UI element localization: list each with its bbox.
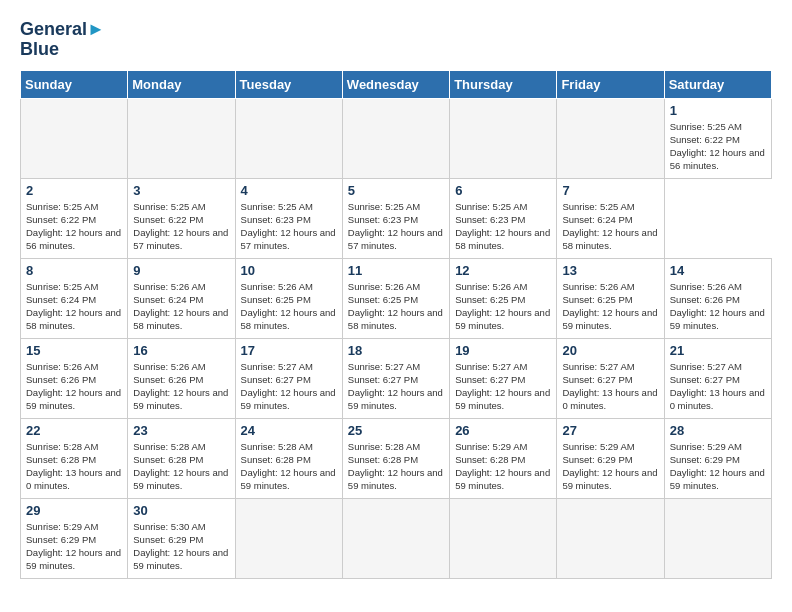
logo-text: General►Blue bbox=[20, 20, 105, 60]
calendar-table: SundayMondayTuesdayWednesdayThursdayFrid… bbox=[20, 70, 772, 579]
empty-cell bbox=[557, 98, 664, 178]
calendar-cell bbox=[557, 498, 664, 578]
calendar-cell: 8Sunrise: 5:25 AMSunset: 6:24 PMDaylight… bbox=[21, 258, 128, 338]
calendar-cell bbox=[235, 498, 342, 578]
calendar-cell: 3Sunrise: 5:25 AMSunset: 6:22 PMDaylight… bbox=[128, 178, 235, 258]
calendar-cell: 19Sunrise: 5:27 AMSunset: 6:27 PMDayligh… bbox=[450, 338, 557, 418]
day-of-week-header: Friday bbox=[557, 70, 664, 98]
calendar-cell: 9Sunrise: 5:26 AMSunset: 6:24 PMDaylight… bbox=[128, 258, 235, 338]
calendar-cell: 7Sunrise: 5:25 AMSunset: 6:24 PMDaylight… bbox=[557, 178, 664, 258]
calendar-cell bbox=[450, 498, 557, 578]
calendar-cell: 18Sunrise: 5:27 AMSunset: 6:27 PMDayligh… bbox=[342, 338, 449, 418]
calendar-cell: 29Sunrise: 5:29 AMSunset: 6:29 PMDayligh… bbox=[21, 498, 128, 578]
calendar-cell: 5Sunrise: 5:25 AMSunset: 6:23 PMDaylight… bbox=[342, 178, 449, 258]
day-of-week-header: Monday bbox=[128, 70, 235, 98]
day-of-week-header: Tuesday bbox=[235, 70, 342, 98]
calendar-cell: 25Sunrise: 5:28 AMSunset: 6:28 PMDayligh… bbox=[342, 418, 449, 498]
calendar-cell: 21Sunrise: 5:27 AMSunset: 6:27 PMDayligh… bbox=[664, 338, 771, 418]
empty-cell bbox=[21, 98, 128, 178]
calendar-cell: 30Sunrise: 5:30 AMSunset: 6:29 PMDayligh… bbox=[128, 498, 235, 578]
calendar-cell: 24Sunrise: 5:28 AMSunset: 6:28 PMDayligh… bbox=[235, 418, 342, 498]
empty-cell bbox=[342, 98, 449, 178]
calendar-cell bbox=[664, 498, 771, 578]
logo: General►Blue bbox=[20, 20, 105, 60]
calendar-cell: 10Sunrise: 5:26 AMSunset: 6:25 PMDayligh… bbox=[235, 258, 342, 338]
empty-cell bbox=[235, 98, 342, 178]
empty-cell bbox=[128, 98, 235, 178]
calendar-cell: 22Sunrise: 5:28 AMSunset: 6:28 PMDayligh… bbox=[21, 418, 128, 498]
calendar-cell: 20Sunrise: 5:27 AMSunset: 6:27 PMDayligh… bbox=[557, 338, 664, 418]
calendar-cell: 6Sunrise: 5:25 AMSunset: 6:23 PMDaylight… bbox=[450, 178, 557, 258]
day-of-week-header: Sunday bbox=[21, 70, 128, 98]
calendar-cell: 4Sunrise: 5:25 AMSunset: 6:23 PMDaylight… bbox=[235, 178, 342, 258]
page-header: General►Blue bbox=[20, 20, 772, 60]
calendar-cell: 12Sunrise: 5:26 AMSunset: 6:25 PMDayligh… bbox=[450, 258, 557, 338]
calendar-cell: 15Sunrise: 5:26 AMSunset: 6:26 PMDayligh… bbox=[21, 338, 128, 418]
calendar-cell: 23Sunrise: 5:28 AMSunset: 6:28 PMDayligh… bbox=[128, 418, 235, 498]
day-of-week-header: Wednesday bbox=[342, 70, 449, 98]
calendar-cell: 17Sunrise: 5:27 AMSunset: 6:27 PMDayligh… bbox=[235, 338, 342, 418]
calendar-cell: 14Sunrise: 5:26 AMSunset: 6:26 PMDayligh… bbox=[664, 258, 771, 338]
calendar-cell: 27Sunrise: 5:29 AMSunset: 6:29 PMDayligh… bbox=[557, 418, 664, 498]
calendar-cell: 11Sunrise: 5:26 AMSunset: 6:25 PMDayligh… bbox=[342, 258, 449, 338]
calendar-cell: 26Sunrise: 5:29 AMSunset: 6:28 PMDayligh… bbox=[450, 418, 557, 498]
day-of-week-header: Thursday bbox=[450, 70, 557, 98]
calendar-cell: 28Sunrise: 5:29 AMSunset: 6:29 PMDayligh… bbox=[664, 418, 771, 498]
calendar-cell bbox=[342, 498, 449, 578]
empty-cell bbox=[450, 98, 557, 178]
calendar-cell: 1Sunrise: 5:25 AMSunset: 6:22 PMDaylight… bbox=[664, 98, 771, 178]
day-of-week-header: Saturday bbox=[664, 70, 771, 98]
calendar-cell: 2Sunrise: 5:25 AMSunset: 6:22 PMDaylight… bbox=[21, 178, 128, 258]
calendar-cell: 16Sunrise: 5:26 AMSunset: 6:26 PMDayligh… bbox=[128, 338, 235, 418]
calendar-cell: 13Sunrise: 5:26 AMSunset: 6:25 PMDayligh… bbox=[557, 258, 664, 338]
